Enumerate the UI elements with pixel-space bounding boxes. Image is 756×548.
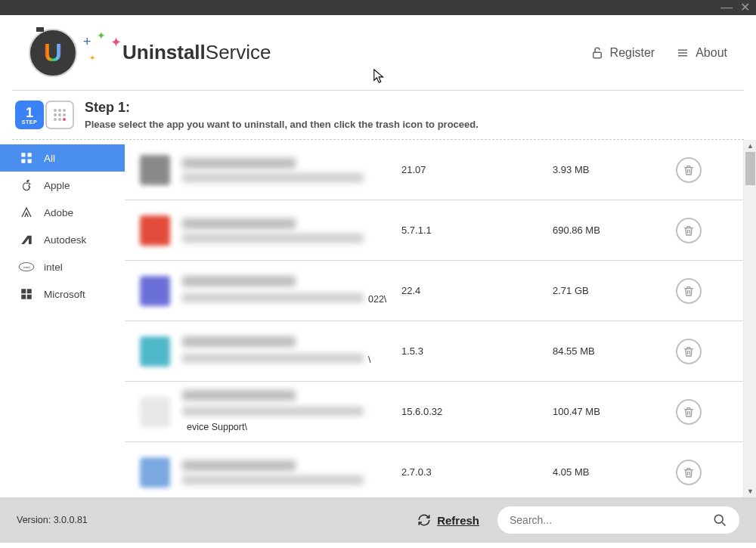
- svg-rect-5: [28, 153, 32, 156]
- app-info: [182, 158, 401, 182]
- trash-col: [674, 460, 704, 485]
- step-1-badge: 1 STEP: [15, 101, 44, 129]
- svg-rect-6: [21, 159, 25, 163]
- sidebar-item-label: Adobe: [44, 207, 73, 218]
- intel-icon: intel: [18, 260, 35, 274]
- brand-name: UninstallService: [122, 41, 271, 64]
- logo-icon: U: [29, 29, 77, 77]
- content-wrap: 21.073.93 MB5.7.1.1690.86 MB022\22.42.71…: [125, 140, 756, 497]
- version-label: Version: 3.0.0.81: [17, 515, 417, 525]
- main-area: AllAppleAdobeAutodeskintelintelMicrosoft…: [0, 140, 756, 497]
- scroll-down-button[interactable]: ▼: [744, 485, 756, 497]
- refresh-label: Refresh: [437, 514, 479, 527]
- app-path: [182, 293, 364, 302]
- svg-rect-12: [21, 295, 26, 299]
- sidebar-item-apple[interactable]: Apple: [0, 172, 125, 199]
- app-list: 21.073.93 MB5.7.1.1690.86 MB022\22.42.71…: [125, 140, 743, 497]
- app-header: U +✦✦✦ UninstallService Register About: [12, 15, 744, 91]
- app-name: [182, 218, 296, 229]
- uninstall-button[interactable]: [676, 399, 702, 425]
- app-row[interactable]: 5.7.1.1690.86 MB: [125, 200, 743, 261]
- svg-rect-4: [21, 153, 25, 156]
- app-name: [182, 336, 296, 347]
- step-indicator: 1 STEP: [15, 101, 74, 129]
- scroll-up-button[interactable]: ▲: [744, 140, 756, 152]
- header-actions: Register About: [590, 46, 727, 60]
- app-icon: [140, 276, 170, 306]
- logo-area: U +✦✦✦ UninstallService: [29, 29, 590, 77]
- trash-col: [674, 339, 704, 364]
- app-icon: [140, 215, 170, 246]
- search-input[interactable]: [510, 514, 712, 526]
- svg-rect-11: [27, 289, 32, 293]
- sidebar-item-label: Microsoft: [44, 289, 85, 300]
- register-button[interactable]: Register: [590, 46, 655, 60]
- app-info: evice Support\: [182, 390, 401, 433]
- app-icon: [140, 457, 170, 488]
- sidebar-item-label: intel: [44, 262, 63, 273]
- app-info: 022\: [182, 276, 401, 305]
- search-box[interactable]: [497, 506, 739, 534]
- svg-text:intel: intel: [23, 265, 29, 269]
- app-name: [182, 158, 296, 169]
- trash-col: [674, 399, 704, 425]
- window-close-button[interactable]: ✕: [740, 2, 750, 14]
- grid-icon: [18, 151, 35, 165]
- app-size: 690.86 MB: [553, 224, 674, 236]
- svg-rect-0: [593, 52, 601, 58]
- refresh-icon: [417, 513, 431, 527]
- uninstall-button[interactable]: [676, 460, 702, 485]
- register-label: Register: [610, 46, 655, 60]
- window-titlebar: — ✕: [0, 0, 756, 15]
- app-size: 84.55 MB: [553, 345, 674, 357]
- sidebar-item-label: All: [44, 153, 55, 164]
- adobe-icon: [18, 206, 35, 219]
- trash-col: [674, 278, 704, 304]
- window-minimize-button[interactable]: —: [720, 2, 733, 14]
- app-version: 2.7.0.3: [401, 466, 553, 478]
- scrollbar[interactable]: ▲ ▼: [743, 140, 756, 497]
- scroll-thumb[interactable]: [745, 152, 755, 185]
- sidebar-item-microsoft[interactable]: Microsoft: [0, 280, 125, 308]
- apple-icon: [18, 178, 35, 192]
- app-row[interactable]: evice Support\15.6.0.32100.47 MB: [125, 382, 743, 442]
- trash-col: [674, 218, 704, 243]
- uninstall-button[interactable]: [676, 339, 702, 364]
- app-path-tail: \: [368, 354, 370, 365]
- svg-rect-10: [21, 289, 26, 293]
- app-version: 5.7.1.1: [401, 224, 553, 236]
- trash-icon: [683, 466, 695, 478]
- sparkle-icon: +✦✦✦: [83, 34, 129, 72]
- app-row[interactable]: 21.073.93 MB: [125, 140, 743, 200]
- step-badge-label: STEP: [22, 119, 37, 125]
- step-bar: 1 STEP Step 1: Please select the app you…: [0, 91, 756, 139]
- app-path: [182, 475, 364, 485]
- uninstall-button[interactable]: [676, 278, 702, 304]
- about-button[interactable]: About: [676, 46, 727, 60]
- svg-line-27: [722, 522, 725, 525]
- trash-icon: [683, 406, 695, 418]
- step-number: 1: [26, 106, 33, 119]
- app-version: 15.6.0.32: [401, 406, 553, 417]
- sidebar-item-adobe[interactable]: Adobe: [0, 199, 125, 226]
- search-icon: [712, 512, 727, 528]
- app-row[interactable]: \1.5.384.55 MB: [125, 321, 743, 382]
- step-text: Step 1: Please select the app you want t…: [85, 100, 479, 130]
- sidebar-item-all[interactable]: All: [0, 144, 125, 172]
- trash-icon: [683, 285, 695, 297]
- sidebar-item-intel[interactable]: intelintel: [0, 253, 125, 280]
- app-name: [182, 390, 296, 401]
- app-row[interactable]: 2.7.0.34.05 MB: [125, 442, 743, 497]
- svg-rect-7: [28, 159, 32, 163]
- app-path: [182, 173, 364, 182]
- uninstall-button[interactable]: [676, 157, 702, 183]
- refresh-button[interactable]: Refresh: [417, 513, 479, 527]
- app-row[interactable]: 022\22.42.71 GB: [125, 261, 743, 321]
- app-path-tail: evice Support\: [187, 422, 247, 432]
- app-name: [182, 460, 296, 471]
- app-path: [182, 354, 364, 363]
- trash-icon: [683, 224, 695, 237]
- uninstall-button[interactable]: [676, 218, 702, 243]
- app-path: [182, 407, 364, 416]
- sidebar-item-autodesk[interactable]: Autodesk: [0, 226, 125, 253]
